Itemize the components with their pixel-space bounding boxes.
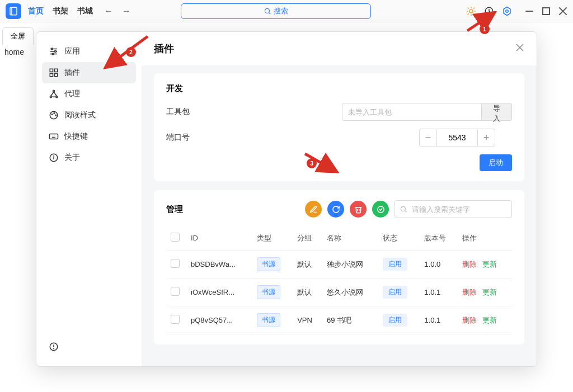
cell-type: 书源 [257,257,280,271]
mgmt-panel: 管理 ID 类型 分组 名称 状态 版本号 操 [154,190,524,344]
settings-main: 插件 开发 工具包 导入 端口号 − 5543 + [142,32,537,366]
svg-line-12 [474,8,475,8]
svg-point-15 [506,10,509,12]
cell-version: 1.0.1 [420,306,458,334]
sidebar-item-label: 代理 [64,89,80,99]
row-delete-button[interactable]: 删除 [462,260,477,268]
sidebar-item-style[interactable]: 阅读样式 [42,105,136,126]
cell-group: 默认 [293,278,322,306]
col-name: 名称 [322,226,378,251]
row-checkbox[interactable] [171,287,180,296]
svg-point-30 [53,90,55,92]
import-plugin-button[interactable] [305,201,322,218]
settings-icon[interactable] [501,6,513,17]
row-update-button[interactable]: 更新 [482,260,497,268]
svg-marker-14 [504,7,510,15]
row-update-button[interactable]: 更新 [482,316,497,324]
theme-icon[interactable] [466,6,477,17]
cell-name: 独步小说网 [322,251,378,278]
window-minimize[interactable] [525,7,534,16]
cell-version: 1.0.1 [420,278,458,306]
plugin-table: ID 类型 分组 名称 状态 版本号 操作 bDSDBvWa...书源默认独步小… [166,226,512,334]
nav-back-button[interactable]: ← [102,5,115,17]
row-update-button[interactable]: 更新 [482,288,497,296]
nav-tab-home[interactable]: 首页 [28,6,44,16]
svg-line-34 [54,92,57,96]
row-delete-button[interactable]: 删除 [462,316,477,324]
svg-point-32 [56,96,58,98]
col-id: ID [186,226,252,251]
search-label: 搜索 [274,6,288,16]
svg-line-3 [269,12,270,14]
top-right-controls [466,6,567,17]
sidebar-warning-icon[interactable] [42,338,136,357]
settings-sidebar: 应用 插件 代理 阅读样式 快捷键 关于 [36,32,142,366]
sidebar-item-label: 快捷键 [64,131,88,141]
sidebar-item-plugins[interactable]: 插件 [42,62,136,83]
start-button[interactable]: 启动 [480,154,512,171]
svg-point-25 [52,53,54,55]
history-icon[interactable] [483,6,495,17]
refresh-button[interactable] [327,201,344,218]
modal-header: 插件 [142,32,537,65]
sidebar-item-proxy[interactable]: 代理 [42,83,136,105]
cell-id: pQ8vSQ57... [186,306,252,334]
import-button[interactable]: 导入 [482,103,512,121]
delete-button[interactable] [350,201,367,218]
svg-point-38 [54,113,55,114]
close-icon [515,43,524,52]
grid-icon [49,68,59,78]
cell-version: 1.0.0 [420,251,458,278]
sidebar-item-shortcuts[interactable]: 快捷键 [42,126,136,147]
network-icon [49,89,59,99]
select-all-checkbox[interactable] [171,233,180,242]
sidebar-item-label: 应用 [64,46,80,56]
toolkit-input[interactable] [342,103,481,121]
svg-line-9 [468,8,468,8]
page-label-home: home [4,48,24,56]
window-controls [525,7,567,16]
sidebar-item-about[interactable]: 关于 [42,147,136,168]
row-checkbox[interactable] [171,259,180,268]
toolkit-row: 工具包 导入 [166,103,512,121]
annotation-badge-1: 1 [480,24,490,34]
svg-rect-40 [50,134,58,139]
cell-status[interactable]: 启用 [383,286,407,299]
svg-point-4 [469,10,473,13]
col-type: 类型 [252,226,293,251]
nav-tab-store[interactable]: 书城 [77,6,93,16]
refresh-icon [332,205,340,214]
palette-icon [49,110,59,120]
row-delete-button[interactable]: 删除 [462,288,477,296]
svg-point-31 [50,96,51,98]
search-button[interactable]: 搜索 [181,3,371,19]
cell-group: 默认 [293,251,322,278]
nav-tab-shelf[interactable]: 书架 [53,6,68,16]
row-checkbox[interactable] [171,315,180,324]
table-row: bDSDBvWa...书源默认独步小说网启用1.0.0删除更新 [166,251,512,278]
svg-point-51 [54,348,54,349]
page-tab-fullscreen[interactable]: 全屏 [2,27,34,45]
svg-rect-0 [10,7,17,15]
mgmt-search-input[interactable] [394,200,512,218]
sidebar-item-apps[interactable]: 应用 [42,41,136,62]
cell-name: 69 书吧 [322,306,378,334]
window-close[interactable] [558,7,567,16]
svg-line-33 [51,92,54,96]
nav-forward-button[interactable]: → [120,5,133,17]
svg-point-24 [55,51,57,53]
edit-icon [309,205,318,214]
dev-heading: 开发 [166,83,512,94]
col-actions: 操作 [458,226,512,251]
verify-button[interactable] [372,201,389,218]
modal-close-button[interactable] [515,43,524,55]
window-maximize[interactable] [542,7,551,16]
modal-title: 插件 [154,42,515,55]
port-label: 端口号 [166,133,419,143]
port-decrement[interactable]: − [419,129,437,147]
port-increment[interactable]: + [477,129,495,147]
cell-status[interactable]: 启用 [383,258,407,271]
cell-status[interactable]: 启用 [383,314,407,327]
port-value[interactable]: 5543 [437,129,477,147]
svg-point-39 [55,115,57,116]
